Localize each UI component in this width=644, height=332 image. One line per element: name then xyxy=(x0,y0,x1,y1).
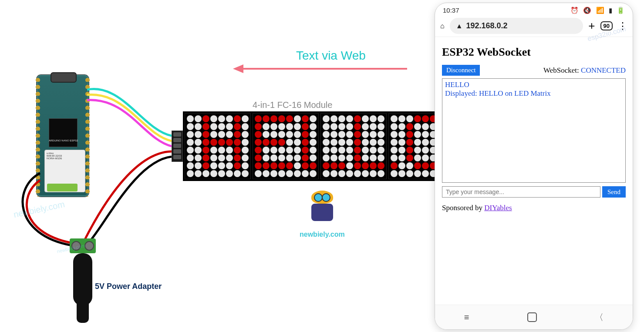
led-dot xyxy=(362,170,369,177)
send-button[interactable]: Send xyxy=(602,186,626,198)
recents-icon[interactable]: ≡ xyxy=(464,312,469,322)
led-dot xyxy=(398,123,405,130)
led-dot xyxy=(422,123,429,130)
led-dot xyxy=(195,162,202,169)
led-dot xyxy=(398,139,405,146)
led-dot xyxy=(323,162,330,169)
led-dot xyxy=(234,131,241,138)
sponsor-link[interactable]: DIYables xyxy=(484,204,512,212)
usb-c-port xyxy=(51,72,77,83)
led-dot xyxy=(263,139,270,146)
led-dot xyxy=(370,123,377,130)
disconnect-button[interactable]: Disconnect xyxy=(442,65,480,76)
led-dot xyxy=(391,139,398,146)
led-dot xyxy=(286,170,293,177)
led-dot xyxy=(422,131,429,138)
logo-text: newbiely.com xyxy=(300,231,345,238)
led-dot xyxy=(378,162,384,169)
led-dot xyxy=(330,162,337,169)
led-dot xyxy=(338,139,345,146)
new-tab-icon[interactable]: + xyxy=(588,19,595,33)
led-dot xyxy=(422,147,429,154)
android-nav-bar: ≡ 〈 xyxy=(435,305,633,329)
led-dot xyxy=(294,131,301,138)
led-dot xyxy=(263,154,270,161)
url-field[interactable]: ▲ 192.168.0.2 xyxy=(450,18,583,34)
led-dot xyxy=(362,123,369,130)
led-dot xyxy=(210,147,217,154)
matrix-module xyxy=(185,113,251,179)
led-dot xyxy=(202,123,209,130)
led-dot xyxy=(323,139,330,146)
antenna xyxy=(47,184,78,191)
led-dot xyxy=(226,123,233,130)
led-dot xyxy=(354,139,361,146)
led-dot xyxy=(294,115,301,122)
arduino-nano-esp32: ARDUINO NANO ESP32 u-blox 008-00 22/15 N… xyxy=(37,75,89,197)
led-dot xyxy=(422,162,429,169)
led-dot xyxy=(263,147,270,154)
led-dot xyxy=(422,115,429,122)
barrel-jack xyxy=(73,253,92,305)
led-dot xyxy=(242,139,249,146)
led-dot xyxy=(263,123,270,130)
web-page: ESP32 WebSocket Disconnect WebSocket: CO… xyxy=(435,37,633,218)
led-dot xyxy=(234,162,241,169)
led-dot xyxy=(362,147,369,154)
led-dot xyxy=(294,123,301,130)
led-dot xyxy=(362,139,369,146)
led-dot xyxy=(263,115,270,122)
led-dot xyxy=(187,139,194,146)
led-dot xyxy=(210,154,217,161)
led-dot xyxy=(210,115,217,122)
led-dot xyxy=(187,154,194,161)
led-dot xyxy=(263,170,270,177)
led-dot xyxy=(414,147,421,154)
led-dot xyxy=(378,147,384,154)
led-dot xyxy=(187,162,194,169)
message-input[interactable] xyxy=(442,186,600,198)
led-dot xyxy=(234,115,241,122)
led-dot xyxy=(255,115,262,122)
led-dot xyxy=(286,162,293,169)
led-dot xyxy=(398,131,405,138)
led-dot xyxy=(195,123,202,130)
led-dot xyxy=(187,131,194,138)
led-dot xyxy=(286,154,293,161)
led-dot xyxy=(414,123,421,130)
esp32-chip xyxy=(49,118,78,147)
led-dot xyxy=(278,139,285,146)
led-dot xyxy=(338,170,345,177)
home-button-icon[interactable] xyxy=(527,312,537,322)
led-dot xyxy=(294,154,301,161)
led-dot xyxy=(406,139,413,146)
led-dot xyxy=(370,115,377,122)
led-dot xyxy=(370,139,377,146)
led-dot xyxy=(378,131,384,138)
led-dot xyxy=(294,139,301,146)
home-icon[interactable]: ⌂ xyxy=(440,22,445,30)
led-dot xyxy=(338,154,345,161)
led-dot xyxy=(406,147,413,154)
message-log: HELLO Displayed: HELLO on LED Matrix xyxy=(442,78,626,183)
led-dot xyxy=(391,131,398,138)
led-dot xyxy=(278,170,285,177)
led-dot xyxy=(202,170,209,177)
led-dot xyxy=(346,139,353,146)
watermark: newbiely.com xyxy=(13,199,66,220)
led-dot xyxy=(278,123,285,130)
log-line: HELLO xyxy=(445,80,623,89)
led-dot xyxy=(398,170,405,177)
diagram-canvas: ARDUINO NANO ESP32 u-blox 008-00 22/15 N… xyxy=(0,0,644,332)
led-dot xyxy=(378,154,384,161)
led-dot xyxy=(226,131,233,138)
led-dot xyxy=(346,154,353,161)
led-dot xyxy=(242,123,249,130)
led-dot xyxy=(338,115,345,122)
led-dot xyxy=(270,162,277,169)
alarm-icon: ⏰ xyxy=(570,7,579,14)
led-dot xyxy=(218,139,225,146)
led-dot xyxy=(255,170,262,177)
led-dot xyxy=(391,154,398,161)
back-icon[interactable]: 〈 xyxy=(595,312,604,323)
